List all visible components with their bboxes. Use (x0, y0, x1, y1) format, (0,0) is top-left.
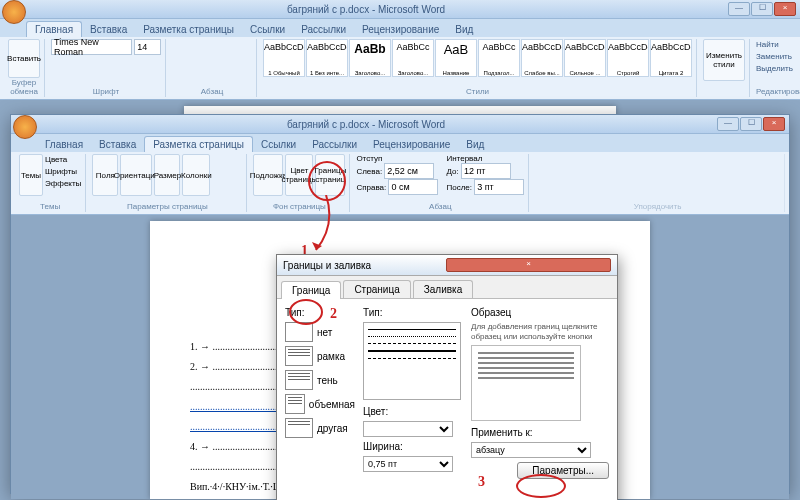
tab-references[interactable]: Ссылки (253, 137, 304, 152)
styles-gallery[interactable]: AaBbCcDc1 Обычный AaBbCcDc1 Без инте... … (263, 39, 692, 77)
tab-mailings[interactable]: Рассылки (293, 22, 354, 37)
tab-review[interactable]: Рецензирование (365, 137, 458, 152)
spacing-title: Интервал (446, 154, 524, 163)
group-pagebg-label: Фон страницы (253, 202, 345, 212)
indent-right[interactable]: 0 см (388, 179, 438, 195)
borders-shading-dialog: Границы и заливка × Граница Страница Зал… (276, 254, 618, 500)
tab-home[interactable]: Главная (37, 137, 91, 152)
window-title: багряний с р.docx - Microsoft Word (4, 4, 728, 15)
minimize-button[interactable]: — (728, 2, 750, 16)
themes-button[interactable]: Темы (19, 154, 43, 196)
office-button-icon[interactable] (13, 115, 37, 139)
watermark-button[interactable]: Подложка (253, 154, 283, 196)
dialog-tab-shading[interactable]: Заливка (413, 280, 474, 298)
color-label: Цвет: (363, 406, 463, 417)
indent-left[interactable]: 2,52 см (384, 163, 434, 179)
paste-button[interactable]: Вставить (8, 39, 40, 78)
titlebar-second: багряний с р.docx - Microsoft Word — ☐ × (11, 115, 789, 134)
dialog-tab-border[interactable]: Граница (281, 281, 341, 299)
options-button[interactable]: Параметры... (517, 462, 609, 479)
theme-colors[interactable]: Цвета (45, 154, 81, 166)
tab-insert[interactable]: Вставка (91, 137, 144, 152)
preview-box[interactable] (471, 345, 581, 421)
width-select[interactable]: 0,75 пт (363, 456, 453, 472)
tab-insert[interactable]: Вставка (82, 22, 135, 37)
apply-to-select[interactable]: абзацу (471, 442, 591, 458)
window-title-second: багряний с р.docx - Microsoft Word (15, 119, 717, 130)
sample-header: Образец (471, 307, 609, 318)
font-name-field[interactable]: Times New Roman (51, 39, 132, 55)
replace-button[interactable]: Заменить (756, 51, 800, 63)
spacing-before[interactable]: 12 пт (461, 163, 511, 179)
dialog-tab-page[interactable]: Страница (343, 280, 410, 298)
close-button[interactable]: × (774, 2, 796, 16)
group-font-label: Шрифт (51, 87, 161, 97)
group-paragraph-label: Абзац (356, 202, 524, 212)
office-button-icon[interactable] (2, 0, 26, 24)
group-clipboard-label: Буфер обмена (8, 78, 40, 97)
apply-to-label: Применить к: (471, 427, 609, 438)
group-editing-label: Редактирование (756, 87, 800, 97)
theme-effects[interactable]: Эффекты (45, 178, 81, 190)
type-3d[interactable]: объемная (285, 394, 355, 414)
type-custom[interactable]: другая (285, 418, 355, 438)
group-paragraph-label: Абзац (172, 87, 252, 97)
spacing-after[interactable]: 3 пт (474, 179, 524, 195)
font-size-field[interactable]: 14 (134, 39, 161, 55)
tab-review[interactable]: Рецензирование (354, 22, 447, 37)
find-button[interactable]: Найти (756, 39, 800, 51)
line-style-list[interactable] (363, 322, 461, 400)
tab-view[interactable]: Вид (447, 22, 481, 37)
pagecolor-button[interactable]: Цвет страницы (285, 154, 313, 196)
dialog-titlebar[interactable]: Границы и заливка × (277, 255, 617, 276)
tab-references[interactable]: Ссылки (242, 22, 293, 37)
width-label: Ширина: (363, 441, 463, 452)
theme-fonts[interactable]: Шрифты (45, 166, 81, 178)
dialog-tabs: Граница Страница Заливка (277, 276, 617, 299)
type-shadow[interactable]: тень (285, 370, 355, 390)
group-pagesetup-label: Параметры страницы (92, 202, 242, 212)
dialog-title: Границы и заливка (283, 260, 446, 271)
group-themes-label: Темы (19, 202, 81, 212)
select-button[interactable]: Выделить (756, 63, 800, 75)
tab-pagelayout[interactable]: Разметка страницы (144, 136, 253, 152)
columns-button[interactable]: Колонки (182, 154, 210, 196)
sample-hint: Для добавления границ щелкните образец и… (471, 322, 609, 341)
orientation-button[interactable]: Ориентация (120, 154, 152, 196)
ribbon-tabs-top: Главная Вставка Разметка страницы Ссылки… (0, 19, 800, 37)
dialog-close-button[interactable]: × (446, 258, 611, 272)
page-borders-button[interactable]: Границы страниц (315, 154, 345, 196)
group-styles-label: Стили (263, 87, 692, 97)
tab-mailings[interactable]: Рассылки (304, 137, 365, 152)
color-select[interactable] (363, 421, 453, 437)
group-arrange-label: Упорядочить (535, 202, 780, 212)
ribbon-second: Темы Цвета Шрифты Эффекты Темы Поля Орие… (11, 152, 789, 215)
maximize-button[interactable]: ☐ (740, 117, 762, 131)
maximize-button[interactable]: ☐ (751, 2, 773, 16)
type-header: Тип: (285, 307, 355, 318)
style-header: Тип: (363, 307, 463, 318)
tab-home[interactable]: Главная (26, 21, 82, 37)
ribbon-tabs-second: Главная Вставка Разметка страницы Ссылки… (11, 134, 789, 152)
size-button[interactable]: Размер (154, 154, 180, 196)
type-none[interactable]: нет (285, 322, 355, 342)
titlebar-top: багряний с р.docx - Microsoft Word — ☐ × (0, 0, 800, 19)
minimize-button[interactable]: — (717, 117, 739, 131)
close-button[interactable]: × (763, 117, 785, 131)
type-box[interactable]: рамка (285, 346, 355, 366)
indent-title: Отступ (356, 154, 438, 163)
change-styles-button[interactable]: Изменить стили (703, 39, 745, 81)
tab-view[interactable]: Вид (458, 137, 492, 152)
ribbon-top: Вставить Буфер обмена Times New Roman 14… (0, 37, 800, 100)
tab-pagelayout[interactable]: Разметка страницы (135, 22, 242, 37)
